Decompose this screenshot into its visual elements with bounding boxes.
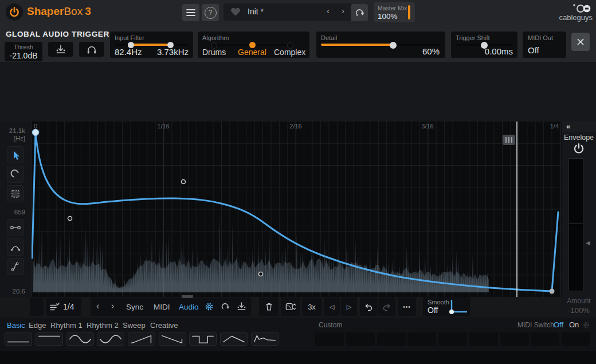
listen-button[interactable] xyxy=(79,42,104,57)
randomize-wave-button[interactable] xyxy=(281,298,300,316)
mode-sync[interactable]: Sync xyxy=(126,303,143,311)
amount-slider-midline xyxy=(569,224,583,224)
custom-slot-7[interactable] xyxy=(500,332,529,346)
master-mix-control[interactable]: Master Mix 100% xyxy=(374,2,415,22)
smooth-control[interactable]: Smooth Off xyxy=(423,297,470,316)
trigger-shift-box[interactable]: Trigger Shift 0.00ms xyxy=(451,32,517,58)
custom-slot-5[interactable] xyxy=(438,332,467,346)
mode-midi[interactable]: MIDI xyxy=(154,303,170,311)
audio-trigger-settings-gear-icon[interactable] xyxy=(204,302,214,312)
rate-next-button[interactable]: › xyxy=(111,301,114,311)
menu-button[interactable] xyxy=(182,4,199,21)
preset-tab-rhythm1[interactable]: Rhythm 1 xyxy=(50,321,83,330)
wave-shape-flat-low[interactable] xyxy=(5,332,32,346)
smooth-slider[interactable] xyxy=(448,299,469,315)
trigger-shift-value: 0.00ms xyxy=(485,46,513,56)
favorite-heart-icon[interactable] xyxy=(230,7,241,17)
shift-left-icon: ◁ xyxy=(330,303,334,311)
help-icon: ? xyxy=(205,7,217,19)
detail-box[interactable]: Detail 60% xyxy=(316,32,445,58)
app-logo-part2: Box xyxy=(64,5,83,17)
retrigger-loop-icon[interactable] xyxy=(220,302,230,312)
wave-shape-ramp-up[interactable] xyxy=(128,332,155,346)
undo-button[interactable] xyxy=(360,298,377,316)
algorithm-option-complex[interactable]: Complex xyxy=(274,48,305,57)
midi-switch-on[interactable]: On xyxy=(569,320,579,329)
midi-out-box[interactable]: MIDI Out Off xyxy=(523,32,566,58)
preset-next-button[interactable]: › xyxy=(342,6,344,15)
redo-icon xyxy=(382,302,392,312)
delete-wave-button[interactable] xyxy=(259,298,279,316)
wave-shape-triangle[interactable] xyxy=(220,332,248,346)
wave-shape-sine[interactable] xyxy=(66,332,94,346)
master-mix-slider[interactable] xyxy=(408,5,410,19)
wave-shape-square-notch[interactable] xyxy=(189,332,217,346)
preset-prev-button[interactable]: ‹ xyxy=(327,6,330,15)
master-mix-label: Master Mix xyxy=(378,5,407,11)
power-button[interactable] xyxy=(6,3,23,21)
envelope-canvas[interactable]: 0 1/16 2/16 3/16 1/4 xyxy=(32,122,562,297)
input-filter-box[interactable]: Input Filter 82.4Hz 3.73kHz xyxy=(110,32,193,58)
redo-button[interactable] xyxy=(378,298,395,316)
threshold-readout[interactable]: Thresh -21.0dB xyxy=(5,42,42,61)
timeline-label-2-16: 2/16 xyxy=(279,123,313,130)
tool-marquee-select-button[interactable] xyxy=(7,185,24,202)
tool-snap-magnet-button[interactable] xyxy=(7,166,24,183)
algorithm-box[interactable]: Algorithm Drums General Complex xyxy=(198,32,309,58)
custom-slot-8[interactable] xyxy=(531,332,559,346)
algorithm-option-drums[interactable]: Drums xyxy=(202,48,226,57)
toolbar-spacer-box xyxy=(30,298,44,316)
close-trigger-panel-button[interactable] xyxy=(571,33,590,51)
triplicate-button[interactable]: 3x xyxy=(302,298,321,316)
tool-curve-button[interactable] xyxy=(7,238,24,256)
wave-shape-sine-inverted[interactable] xyxy=(97,332,124,346)
custom-slot-3[interactable] xyxy=(377,332,406,346)
custom-slot-2[interactable] xyxy=(346,332,375,346)
shift-wave-left-button[interactable]: ◁ xyxy=(324,298,340,316)
collapse-strip[interactable]: « xyxy=(562,122,596,132)
ab-compare-loop-button[interactable] xyxy=(351,4,368,21)
preset-tab-creative[interactable]: Creative xyxy=(150,321,178,330)
wave-shape-pluck[interactable] xyxy=(251,332,279,346)
midi-switch-off[interactable]: Off xyxy=(554,320,563,329)
preset-tab-edge[interactable]: Edge xyxy=(29,321,46,330)
custom-slot-1[interactable] xyxy=(315,332,344,346)
shift-wave-right-button[interactable]: ▷ xyxy=(341,298,357,316)
rate-prev-button[interactable]: ‹ xyxy=(96,301,99,311)
rate-box[interactable]: 1/4 xyxy=(46,298,81,316)
cableguys-icon xyxy=(570,3,594,13)
algorithm-option-general[interactable]: General xyxy=(238,48,266,57)
help-button[interactable]: ? xyxy=(202,4,219,21)
audio-trigger-input-button[interactable] xyxy=(48,42,73,57)
algorithm-dot-general[interactable] xyxy=(249,42,256,48)
dice-icon xyxy=(285,302,296,312)
envelope-amount-slider[interactable] xyxy=(568,158,583,291)
loop-icon xyxy=(354,7,365,18)
tool-pointer-button[interactable] xyxy=(7,146,24,163)
amount-cursor-icon: ◀ xyxy=(586,240,590,246)
rate-value[interactable]: 1/4 xyxy=(63,302,74,311)
detail-handle[interactable] xyxy=(390,42,397,49)
preset-selector[interactable]: Init * ‹ › xyxy=(223,3,353,21)
wave-list-icon[interactable] xyxy=(49,302,60,311)
custom-slot-9[interactable] xyxy=(562,332,590,346)
envelope-editor-section: 21.1k [Hz] 659 20.6 xyxy=(0,122,596,297)
envelope-power-button[interactable] xyxy=(573,142,585,155)
wave-shape-flat-high[interactable] xyxy=(36,332,63,346)
preset-tab-sweep[interactable]: Sweep xyxy=(123,321,146,330)
timeline-label-0: 0 xyxy=(34,123,37,130)
detail-value: 60% xyxy=(422,46,440,56)
more-options-button[interactable]: ••• xyxy=(398,298,416,316)
preset-tab-basic[interactable]: Basic xyxy=(7,321,25,330)
tool-s-curve-button[interactable] xyxy=(7,258,24,275)
preset-tab-rhythm2[interactable]: Rhythm 2 xyxy=(87,321,119,330)
midi-switch-settings-gear-icon[interactable] xyxy=(582,321,590,329)
trigger-input-small-icon[interactable] xyxy=(236,301,247,312)
wave-shape-ramp-down[interactable] xyxy=(159,332,186,346)
mode-audio[interactable]: Audio xyxy=(179,303,199,311)
shaperbox-window: ShaperBox3 ? Init * ‹ › Master Mi xyxy=(0,0,596,364)
custom-slot-4[interactable] xyxy=(407,332,436,346)
custom-slot-6[interactable] xyxy=(469,332,498,346)
tool-line-button[interactable] xyxy=(7,219,24,236)
collapse-panel-icon[interactable]: « xyxy=(566,122,570,131)
